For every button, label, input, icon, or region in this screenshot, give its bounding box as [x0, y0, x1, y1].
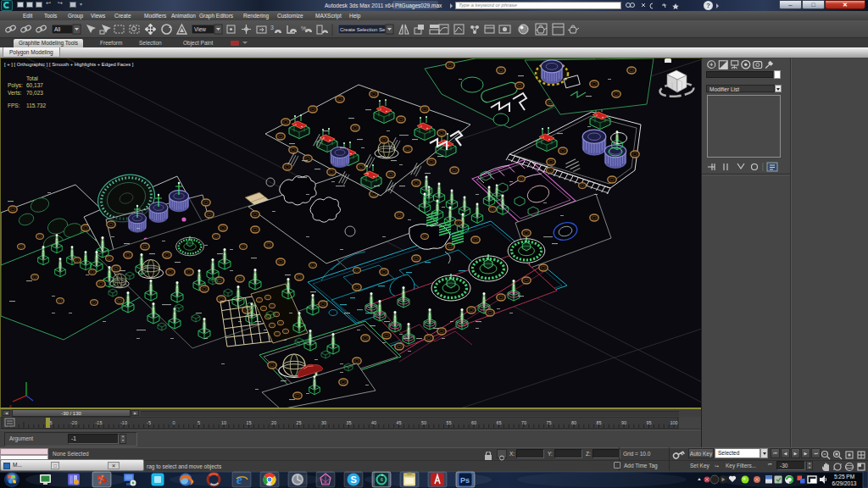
svg-text:50: 50	[421, 420, 426, 425]
svg-text:70,023: 70,023	[26, 90, 43, 96]
svg-text:-10: -10	[120, 420, 127, 425]
svg-text:View: View	[194, 26, 206, 32]
svg-text:20: 20	[271, 420, 276, 425]
svg-text:55: 55	[446, 420, 451, 425]
svg-text:45: 45	[396, 420, 401, 425]
svg-text:40: 40	[371, 420, 376, 425]
svg-text:-5: -5	[147, 420, 151, 425]
svg-text:115.732: 115.732	[26, 103, 46, 108]
svg-text:[ + ] [ Orthographic ] [ Smoot: [ + ] [ Orthographic ] [ Smooth + Highli…	[4, 62, 134, 67]
svg-text:5: 5	[198, 420, 200, 425]
svg-text:3: 3	[270, 25, 274, 30]
svg-text:Polys:: Polys:	[8, 82, 23, 89]
svg-text:Create Selection Se: Create Selection Se	[340, 27, 386, 32]
svg-text:60: 60	[471, 420, 476, 425]
svg-text:65: 65	[496, 420, 501, 425]
svg-text:10: 10	[221, 420, 226, 425]
svg-text:Total: Total	[26, 75, 38, 81]
svg-text:0: 0	[172, 420, 175, 425]
svg-text:85: 85	[596, 420, 601, 425]
svg-text:6/29/2013: 6/29/2013	[832, 480, 857, 486]
svg-text:Verts:: Verts:	[8, 90, 22, 96]
svg-text:e: e	[236, 473, 242, 486]
svg-text:90: 90	[621, 420, 626, 425]
svg-text:5:25 PM: 5:25 PM	[834, 474, 854, 480]
svg-text:60,137: 60,137	[26, 82, 43, 88]
svg-text:All: All	[54, 26, 61, 32]
svg-text:100: 100	[670, 420, 677, 425]
svg-text:S: S	[351, 474, 357, 485]
svg-text:%: %	[301, 25, 306, 31]
svg-text:25: 25	[296, 420, 301, 425]
svg-text:35: 35	[346, 420, 351, 425]
svg-text:30: 30	[321, 420, 326, 425]
svg-text:-20: -20	[70, 420, 77, 425]
svg-text:80: 80	[571, 420, 576, 425]
svg-text:6: 6	[381, 477, 383, 482]
svg-text:-15: -15	[96, 420, 103, 425]
svg-text:95: 95	[646, 420, 651, 425]
svg-text:70: 70	[521, 420, 526, 425]
svg-text:75: 75	[546, 420, 551, 425]
svg-text:FPS:: FPS:	[8, 103, 20, 108]
svg-text:15: 15	[246, 420, 251, 425]
svg-text:Ps: Ps	[460, 476, 470, 485]
